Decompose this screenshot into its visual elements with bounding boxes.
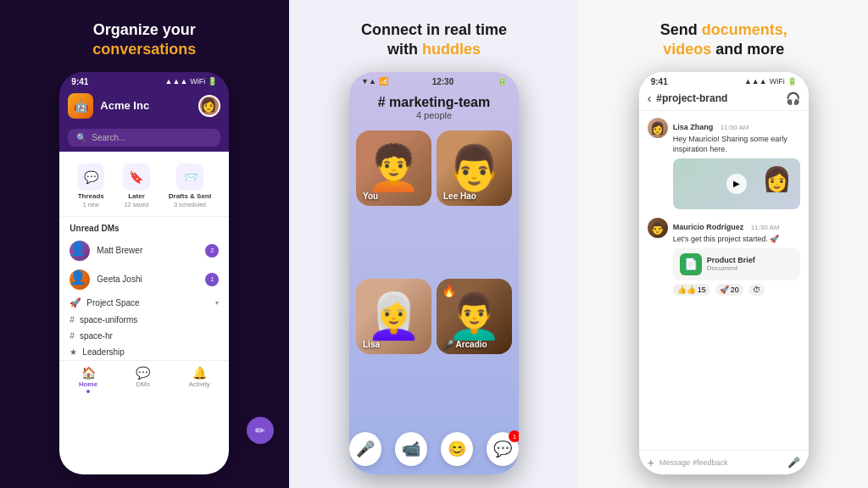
- space-chevron-icon: ▾: [215, 299, 219, 307]
- huddle-channel-name: # marketing-team: [358, 95, 510, 110]
- chat-button[interactable]: 💬 1: [487, 432, 519, 466]
- battery-icon-r: 🔋: [787, 77, 797, 86]
- chat-header: ‹ #project-brand 🎧: [639, 88, 809, 111]
- mute-button[interactable]: 🎤: [349, 432, 381, 466]
- emoji-button[interactable]: 😊: [441, 432, 473, 466]
- file-icon: 📄: [680, 253, 702, 275]
- right-phone: 9:41 ▲▲▲ WiFi 🔋 ‹ #project-brand 🎧 👩 Lis…: [639, 72, 809, 474]
- network-icon: 📶: [379, 77, 388, 86]
- workspace-header[interactable]: 🤖 Acme Inc 👩: [59, 88, 229, 125]
- arcadio-label: 🎤 Arcadio: [443, 340, 487, 349]
- threads-label: Threads: [78, 192, 104, 200]
- battery-icon-2: 🔋: [498, 77, 507, 86]
- bottom-nav: 🏠 Home 💬 DMs 🔔 Activity: [59, 360, 229, 400]
- reaction-rocket[interactable]: 🚀 20: [715, 284, 743, 296]
- add-attachment-button[interactable]: +: [648, 456, 654, 469]
- dm-item-matt[interactable]: 👤 Matt Brewer 2: [59, 236, 229, 265]
- video-person: 👩: [762, 165, 792, 193]
- drafts-icon: 📨: [176, 164, 203, 191]
- active-dot: [86, 390, 90, 393]
- workspace-name: Acme Inc: [100, 99, 192, 112]
- lisa-sender: Lisa Zhang: [673, 123, 714, 131]
- home-icon: 🏠: [81, 366, 96, 380]
- participant-arcadio: 🔥 👨‍🦱 🎤 Arcadio: [437, 279, 512, 354]
- nav-activity[interactable]: 🔔 Activity: [188, 366, 209, 393]
- video-grid: 🧑‍🦱 You 👨 Lee Hao 👩‍🦳 Lisa 🔥 👨‍🦱 🎤 Arcad…: [349, 130, 519, 422]
- channel-hr-name: space-hr: [80, 331, 113, 341]
- right-status-icons: ▲▲▲ WiFi 🔋: [744, 77, 797, 86]
- signal-icon: ▲▲▲: [165, 77, 188, 86]
- play-button[interactable]: ▶: [726, 174, 747, 194]
- project-space-item[interactable]: 🚀 Project Space ▾: [59, 294, 229, 312]
- participant-lee: 👨 Lee Hao: [437, 130, 512, 206]
- search-input[interactable]: Search...: [92, 133, 125, 142]
- hash-icon: #: [70, 315, 75, 324]
- file-type: Document: [707, 264, 755, 272]
- later-action[interactable]: 🔖 Later 12 saved: [123, 164, 150, 208]
- channel-uniforms[interactable]: # space-uniforms: [59, 312, 229, 328]
- star-icon: ★: [70, 347, 77, 357]
- file-card[interactable]: 📄 Product Brief Document: [673, 248, 800, 280]
- right-title-more: and more: [711, 41, 784, 58]
- file-name: Product Brief: [707, 256, 755, 264]
- chat-channel-name: #project-brand: [656, 92, 780, 104]
- channel-uniforms-name: space-uniforms: [80, 315, 137, 324]
- chat-badge: 1: [509, 430, 519, 442]
- participant-you: 🧑‍🦱 You: [356, 130, 431, 206]
- reaction-timer[interactable]: ⏱: [748, 284, 765, 296]
- home-label: Home: [79, 380, 97, 388]
- mauricio-msg-avatar: 👨: [648, 218, 668, 238]
- middle-title-highlight: huddles: [422, 41, 481, 58]
- right-panel-title: Send documents, videos and more: [660, 20, 787, 60]
- user-avatar[interactable]: 👩: [198, 95, 220, 117]
- dms-icon: 💬: [136, 366, 150, 380]
- reactions: 👍👍 15 🚀 20 ⏱: [673, 284, 800, 296]
- mauricio-sender: Mauricio Rodríguez: [673, 223, 744, 231]
- lee-label: Lee Hao: [443, 191, 476, 201]
- chat-action-icon[interactable]: 🎧: [786, 92, 800, 105]
- channel-hr[interactable]: # space-hr: [59, 328, 229, 344]
- signal-icon-r: ▲▲▲: [744, 77, 767, 86]
- battery-icon: 🔋: [208, 77, 217, 86]
- back-button[interactable]: ‹: [648, 92, 652, 105]
- matt-name: Matt Brewer: [97, 246, 198, 255]
- hash-icon-2: #: [70, 331, 75, 341]
- nav-home[interactable]: 🏠 Home: [79, 366, 97, 393]
- search-bar[interactable]: 🔍 Search...: [68, 129, 220, 147]
- middle-phone: ▼▲ 📶 12:30 🔋 # marketing-team 4 people 🧑…: [349, 72, 519, 474]
- voice-button[interactable]: 🎤: [787, 457, 800, 469]
- participant-lisa: 👩‍🦳 Lisa: [356, 279, 431, 354]
- left-title-line2: conversations: [92, 41, 196, 58]
- threads-sub: 1 new: [83, 202, 99, 208]
- wifi-signal-icon: ▼▲: [361, 77, 376, 86]
- reaction-thumbs[interactable]: 👍👍 15: [673, 284, 710, 296]
- messages-area: 👩 Lisa Zhang 11:00 AM Hey Mauricio! Shar…: [639, 111, 809, 450]
- nav-dms[interactable]: 💬 DMs: [136, 366, 150, 393]
- dm-item-geeta[interactable]: 👤 Geeta Joshi 1: [59, 265, 229, 294]
- left-panel-title: Organize your conversations: [92, 20, 196, 60]
- video-button[interactable]: 📹: [395, 432, 427, 466]
- quick-actions: 💬 Threads 1 new 🔖 Later 12 saved 📨 Draft…: [59, 158, 229, 217]
- message-input-field[interactable]: Message #feedback: [659, 458, 782, 467]
- workspace-icon: 🤖: [68, 93, 93, 119]
- message-lisa: 👩 Lisa Zhang 11:00 AM Hey Mauricio! Shar…: [648, 118, 800, 209]
- right-status-bar: 9:41 ▲▲▲ WiFi 🔋: [639, 72, 809, 88]
- leadership-item[interactable]: ★ Leadership: [59, 344, 229, 360]
- later-sub: 12 saved: [125, 202, 148, 208]
- lisa-msg-avatar: 👩: [648, 118, 668, 138]
- threads-icon: 💬: [77, 164, 104, 191]
- phone-content: 💬 Threads 1 new 🔖 Later 12 saved 📨 Draft…: [59, 152, 229, 474]
- unread-dms-title: Unread DMs: [59, 217, 229, 236]
- lisa-label: Lisa: [363, 340, 380, 349]
- threads-action[interactable]: 💬 Threads 1 new: [77, 164, 104, 208]
- leadership-name: Leadership: [82, 347, 124, 357]
- activity-label: Activity: [188, 380, 209, 388]
- wifi-icon-r: WiFi: [770, 77, 785, 86]
- drafts-action[interactable]: 📨 Drafts & Sent 3 scheduled: [169, 164, 212, 208]
- video-preview[interactable]: ▶ 👩: [673, 158, 800, 209]
- matt-avatar: 👤: [70, 241, 90, 261]
- message-input-bar: + Message #feedback 🎤: [639, 450, 809, 474]
- mauricio-time: 11:30 AM: [751, 224, 780, 231]
- right-panel: Send documents, videos and more 9:41 ▲▲▲…: [578, 0, 868, 488]
- left-phone: 9:41 ▲▲▲ WiFi 🔋 🤖 Acme Inc 👩 🔍 Search...: [59, 72, 229, 474]
